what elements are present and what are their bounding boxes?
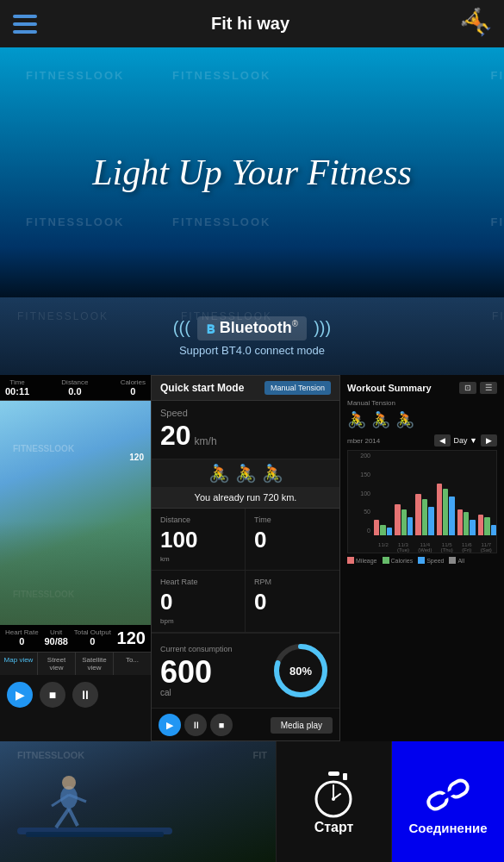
media-pause-button[interactable]: ⏸ xyxy=(184,714,207,736)
ws-icon-2[interactable]: ☰ xyxy=(480,382,497,394)
connect-icon xyxy=(422,769,474,821)
heart-rate-unit: bpm xyxy=(160,617,236,625)
rpm-metric-label: RPM xyxy=(254,578,331,586)
total-output-value: 0 xyxy=(90,636,95,646)
distance-metric-unit: km xyxy=(160,555,236,563)
speed-value-row: 20 km/h xyxy=(160,420,331,452)
watermark-5: FITNESSLOOK xyxy=(172,216,271,228)
bar-speed-1 xyxy=(387,528,392,535)
stat-distance: Distance 0.0 xyxy=(61,378,88,397)
bt-watermark-3: FIT xyxy=(492,310,504,322)
bar-calories-2 xyxy=(401,509,407,535)
center-panel: Quick start Mode Manual Tension Speed 20… xyxy=(151,375,340,741)
svg-rect-4 xyxy=(418,557,425,564)
bar-calories-4 xyxy=(443,489,448,535)
workout-summary-header: Workout Summary ⊡ ☰ xyxy=(347,382,497,394)
y-label-0: 0 xyxy=(350,528,370,534)
bottom-left-panel: FITNESSLOOK FIT xyxy=(0,741,276,862)
street-view-tab[interactable]: Street view xyxy=(38,653,76,675)
stopwatch-icon xyxy=(310,768,358,820)
legend-all-label: All xyxy=(457,558,464,564)
prev-day-button[interactable]: ◀ xyxy=(434,434,451,447)
pause-button[interactable]: ⏸ xyxy=(72,682,98,708)
bar-group-4 xyxy=(437,484,455,535)
next-day-button[interactable]: ▶ xyxy=(481,434,497,447)
svg-point-19 xyxy=(332,797,335,801)
more-tab[interactable]: To... xyxy=(114,653,151,675)
ws-bike-1: 🚴 xyxy=(347,410,366,429)
media-play-button[interactable]: ▶ xyxy=(159,714,181,736)
watermark-1: FITNESSLOOK xyxy=(26,69,124,82)
hamburger-menu-button[interactable] xyxy=(13,15,37,34)
chart-y-labels: 200 150 100 50 0 xyxy=(348,451,372,535)
chart-x-labels: 11/2 11/3(Tue) 11/4(Wed) 11/5(Thu) 11/6(… xyxy=(374,542,496,553)
chart-legend: Mileage Calories Speed All xyxy=(347,557,497,564)
legend-mileage: Mileage xyxy=(347,557,377,564)
bar-speed-6 xyxy=(491,525,496,535)
stat-display: 120 xyxy=(117,628,146,648)
start-label: Старт xyxy=(314,820,354,835)
date-text: mber 2014 xyxy=(347,437,380,445)
bar-calories-5 xyxy=(464,512,469,535)
bar-group-5 xyxy=(457,509,476,535)
media-stop-button[interactable]: ■ xyxy=(210,714,233,736)
svg-rect-3 xyxy=(383,557,389,564)
consumption-label: Current consumption xyxy=(160,645,233,653)
media-play-label[interactable]: Media play xyxy=(271,717,333,734)
bar-mileage-2 xyxy=(395,504,400,535)
heart-rate-metric-label: Heart Rate xyxy=(160,578,236,586)
bike-icons-row: 🚴 🚴 🚴 xyxy=(152,459,339,487)
watermark-6: FIT xyxy=(491,216,505,228)
svg-rect-5 xyxy=(449,557,456,564)
map-view-tab[interactable]: Map view xyxy=(0,653,38,675)
heartrate-value: 0 xyxy=(19,636,24,646)
progress-percent: 80% xyxy=(289,665,312,678)
bottom-right-panel[interactable]: Соединение xyxy=(392,741,504,862)
hamburger-line-3 xyxy=(13,30,37,34)
bottom-center-panel[interactable]: Старт xyxy=(276,741,392,862)
bar-calories-1 xyxy=(380,525,385,535)
stat-time: Time 00:11 xyxy=(5,378,29,397)
workout-area: Time 00:11 Distance 0.0 Calories 0 FITNE… xyxy=(0,375,504,741)
dumbbell-icon[interactable]: 🏋 xyxy=(458,4,497,43)
distance-metric: Distance 100 km xyxy=(152,509,246,571)
heart-rate-metric-value: 0 xyxy=(160,589,236,615)
bike-icon-3: 🚴 xyxy=(262,463,283,484)
day-view-label[interactable]: Day ▼ xyxy=(454,436,477,445)
workout-summary-title: Workout Summary xyxy=(347,383,432,393)
legend-all: All xyxy=(449,557,464,564)
map-watermark-1: FITNESSLOOK xyxy=(13,444,74,453)
chart-bars xyxy=(374,454,496,535)
x-label-5: 11/6(Fri) xyxy=(462,542,472,553)
gym-illustration xyxy=(0,741,276,862)
ws-bike-icons: 🚴 🚴 🚴 xyxy=(347,410,497,429)
y-label-100: 100 xyxy=(350,490,370,497)
y-label-150: 150 xyxy=(350,472,370,478)
speed-display: 120 xyxy=(129,453,144,462)
bar-speed-3 xyxy=(428,507,433,535)
ws-icon-1[interactable]: ⊡ xyxy=(459,382,476,394)
play-button[interactable]: ▶ xyxy=(7,682,33,708)
stat-calories: Calories 0 xyxy=(121,378,146,397)
svg-line-10 xyxy=(69,809,78,826)
app-title: Fit hi way xyxy=(37,14,464,34)
speed-label: Speed xyxy=(160,408,331,418)
distance-metric-value: 100 xyxy=(160,527,236,553)
stat-unit: Unit 90/88 xyxy=(44,628,68,648)
map-tabs: Map view Street view Satellite view To..… xyxy=(0,652,151,675)
ws-bike-2: 🚴 xyxy=(371,410,390,429)
legend-speed: Speed xyxy=(418,557,444,564)
svg-point-8 xyxy=(62,776,76,790)
hamburger-line-2 xyxy=(13,22,37,26)
svg-line-9 xyxy=(56,809,69,828)
time-metric: Time 0 xyxy=(246,509,339,571)
speed-value: 20 xyxy=(160,420,191,452)
watermark-3: FIT xyxy=(491,69,505,82)
manual-tension-button[interactable]: Manual Tension xyxy=(264,381,331,395)
banner-tagline: Light Up Your Fitness xyxy=(92,151,412,194)
bike-icon-2: 🚴 xyxy=(235,463,257,484)
bar-speed-5 xyxy=(470,520,475,535)
stop-button[interactable]: ■ xyxy=(40,682,65,708)
satellite-view-tab[interactable]: Satellite view xyxy=(76,653,114,675)
time-metric-value: 0 xyxy=(254,527,331,553)
